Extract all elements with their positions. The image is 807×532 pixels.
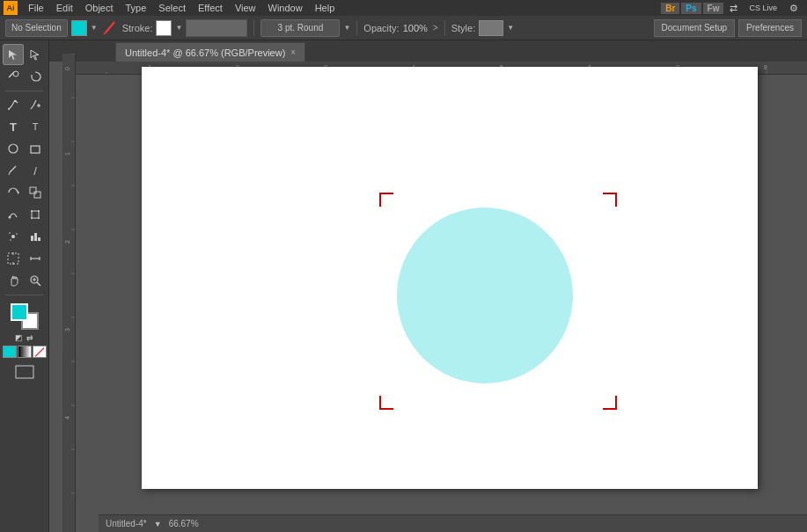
magic-wand-tool[interactable] [3,66,24,87]
vertical-type-tool[interactable]: T [25,116,46,137]
svg-marker-11 [18,191,19,194]
ruler-vertical: 0 1 2 3 4 [62,54,76,532]
svg-point-17 [38,210,40,212]
menu-effect[interactable]: Effect [193,2,228,14]
stroke-width-arrow[interactable]: ▼ [343,24,350,32]
ellipse-tool[interactable] [3,138,24,159]
bridge-btn[interactable]: Br [661,3,679,14]
menu-bar: Ai File Edit Object Type Select Effect V… [0,0,807,16]
cs-live-btn[interactable]: CS Live [744,3,782,13]
photoshop-btn[interactable]: Ps [681,3,701,14]
selection-bracket-bl [379,396,393,410]
warp-tool-row [2,204,47,225]
fill-color-swatch[interactable] [71,20,87,36]
svg-point-18 [31,217,33,219]
style-swatch[interactable] [479,20,503,36]
selection-bracket-br [603,396,617,410]
menu-window[interactable]: Window [263,2,308,14]
measure-tool[interactable] [25,248,46,269]
svg-point-20 [11,235,15,238]
svg-rect-26 [38,237,40,241]
menu-edit[interactable]: Edit [51,2,78,14]
lasso-tool[interactable] [25,66,46,87]
artboard [142,67,758,489]
expand-arrow[interactable]: > [433,23,438,33]
swap-colors-icon[interactable]: ⇄ [26,333,33,342]
style-dropdown-arrow[interactable]: ▼ [507,24,514,32]
column-graph-tool[interactable] [25,226,46,247]
svg-rect-25 [34,233,37,241]
rectangle-tool[interactable] [25,138,46,159]
svg-rect-37 [16,366,33,378]
hand-tool[interactable] [3,270,24,291]
brush-icon[interactable] [101,19,119,37]
menu-help[interactable]: Help [310,2,341,14]
add-anchor-tool[interactable] [25,94,46,115]
document-setup-btn[interactable]: Document Setup [654,19,736,37]
menu-view[interactable]: View [230,2,261,14]
svg-line-0 [106,22,114,33]
opacity-label: Opacity: [363,23,399,33]
svg-text:3: 3 [64,328,70,332]
zoom-tool[interactable] [25,270,46,291]
main-layout: T T / [0,40,807,532]
style-label: Style: [451,23,476,33]
scale-tool[interactable] [25,182,46,203]
pen-tool[interactable] [3,94,24,115]
free-transform-tool[interactable] [25,204,46,225]
svg-point-7 [9,144,18,153]
stroke-dash-field[interactable] [186,19,247,37]
pencil-tool[interactable] [3,160,24,181]
foreground-color-swatch[interactable] [11,303,28,321]
type-tool[interactable]: T [3,116,24,137]
color-mode-btn[interactable] [3,346,17,358]
screen-mode-btn[interactable] [15,365,34,381]
stroke-width-btn[interactable]: 3 pt. Round [260,19,340,37]
rotate-tool[interactable] [3,182,24,203]
menu-type[interactable]: Type [121,2,152,14]
svg-text:2: 2 [64,240,70,244]
svg-point-19 [38,217,40,219]
svg-rect-13 [34,192,40,198]
menu-file[interactable]: File [23,2,49,14]
none-mode-btn[interactable] [33,346,47,358]
svg-line-34 [37,282,40,286]
warp-tool[interactable] [3,204,24,225]
document-canvas: 0 1 2 3 4 [62,54,807,532]
svg-point-21 [9,232,11,234]
svg-line-9 [10,166,16,172]
settings-icon[interactable]: ⚙ [784,2,803,15]
ellipse-object[interactable] [397,208,573,383]
no-selection-btn[interactable]: No Selection [5,19,68,37]
selection-bracket-tr [603,193,617,207]
status-arrow[interactable]: ▼ [154,520,162,528]
default-colors-icon[interactable]: ◩ [15,333,23,342]
symbol-sprayer-tool[interactable] [3,226,24,247]
gradient-mode-btn[interactable] [18,346,32,358]
pencil-tool-row: / [2,160,47,181]
svg-point-22 [16,233,18,235]
menu-select[interactable]: Select [153,2,191,14]
transfer-btn[interactable]: ⇄ [725,2,742,15]
tool-sep-2 [5,295,43,295]
zoom-level: 66.67% [169,519,199,528]
svg-point-16 [31,210,33,212]
fill-stroke-area [9,302,40,332]
smooth-tool[interactable]: / [25,160,46,181]
menu-object[interactable]: Object [80,2,119,14]
preferences-btn[interactable]: Preferences [738,19,802,37]
toolbox: T T / [0,40,49,532]
stroke-color-swatch[interactable] [156,20,172,36]
svg-point-14 [9,216,11,219]
svg-text:0: 0 [64,67,70,70]
direct-selection-tool[interactable] [25,44,46,65]
rotate-tool-row [2,182,47,203]
stroke-dropdown-arrow[interactable]: ▼ [175,24,182,32]
fireworks-btn[interactable]: Fw [703,3,724,14]
fill-dropdown-arrow[interactable]: ▼ [91,24,98,32]
svg-point-23 [10,239,11,241]
options-bar: No Selection ▼ Stroke: ▼ 3 pt. Round ▼ O… [0,16,807,40]
artboard-tool[interactable] [3,248,24,269]
type-tool-row: T T [2,116,47,137]
selection-tool[interactable] [3,44,24,65]
